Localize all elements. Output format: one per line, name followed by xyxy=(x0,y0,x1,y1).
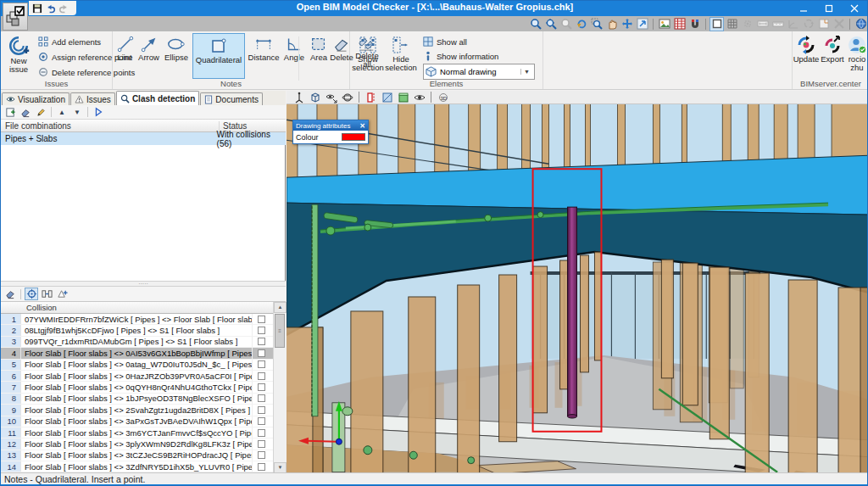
combination-row[interactable]: Pipes + Slabs With collisions (56) xyxy=(1,132,286,145)
collision-row[interactable]: 13 Floor Slab [ Floor slabs ] <> 3tCZJeC… xyxy=(1,450,273,461)
grid-icon[interactable] xyxy=(725,17,739,31)
collision-checkbox[interactable] xyxy=(258,429,265,437)
area-button[interactable]: Area xyxy=(308,33,330,62)
collision-checkbox[interactable] xyxy=(258,316,265,323)
delete-combination-icon[interactable] xyxy=(19,106,32,119)
bimserver-globe-icon[interactable] xyxy=(854,17,868,31)
isolate-elements-icon[interactable] xyxy=(40,288,53,300)
collision-row[interactable]: 14 Floor Slab [ Floor slabs ] <> 3ZdfNRY… xyxy=(1,461,273,472)
wire-box-icon[interactable] xyxy=(308,90,322,104)
eye-cursor-icon[interactable] xyxy=(324,90,338,104)
redo-icon[interactable] xyxy=(58,3,70,14)
hide-selection-button[interactable]: Hide selection xyxy=(385,33,417,72)
refresh-view-icon[interactable] xyxy=(574,17,588,31)
tools-icon[interactable] xyxy=(832,17,846,31)
rotation-icon[interactable] xyxy=(801,17,815,31)
quadrilateral-button[interactable]: Quadrilateral xyxy=(192,33,245,79)
collision-checkbox[interactable] xyxy=(258,349,265,357)
collision-checkbox[interactable] xyxy=(258,360,265,368)
tab-issues[interactable]: Issues xyxy=(70,92,115,105)
line-button[interactable]: Line xyxy=(114,33,136,62)
locate-collision-icon[interactable] xyxy=(25,288,38,300)
solid-box-icon[interactable] xyxy=(396,90,410,104)
collision-checkbox[interactable] xyxy=(258,440,265,448)
dialog-titlebar[interactable]: Drawing attributes ✕ xyxy=(293,120,368,131)
left-riser-pipe[interactable] xyxy=(312,204,318,416)
move-view-icon[interactable] xyxy=(620,17,634,31)
collision-row[interactable]: 12 Floor Slab [ Floor slabs ] <> 3plyXWm… xyxy=(1,439,273,450)
new-issue-button[interactable]: New issue xyxy=(3,33,35,77)
rotate-3d-icon[interactable]: 3D xyxy=(436,90,450,104)
dialog-close-icon[interactable]: ✕ xyxy=(359,122,365,130)
collision-checkbox[interactable] xyxy=(258,338,265,345)
collision-row[interactable]: 8 Floor Slab [ Floor slabs ] <> 1bJPsyeO… xyxy=(1,394,273,405)
scroll-thumb[interactable]: ≡ xyxy=(275,314,285,348)
collision-checkbox[interactable] xyxy=(258,406,265,414)
collision-checkbox[interactable] xyxy=(258,383,265,391)
zoom-previous-icon[interactable] xyxy=(559,17,573,31)
scroll-up-icon[interactable]: ▲ xyxy=(274,302,287,313)
zoom-realtime-icon[interactable] xyxy=(528,17,542,31)
3d-scene[interactable] xyxy=(287,104,868,472)
collision-row[interactable]: 5 Floor Slab [ Floor slabs ] <> 0atag_W7… xyxy=(1,360,273,371)
collision-row[interactable]: 1 07YWMIrEDDFRrn7bfZWiCk [ Pipes ] <> Fl… xyxy=(1,314,273,325)
new-combination-icon[interactable] xyxy=(3,106,17,119)
tab-clash-detection[interactable]: Clash detection xyxy=(116,91,199,105)
dimension-icon[interactable] xyxy=(755,17,770,31)
collision-checkbox[interactable] xyxy=(258,394,265,402)
show-information-button[interactable]: Show information xyxy=(423,49,498,63)
show-selection-button[interactable]: Show selection xyxy=(353,33,383,72)
collision-row[interactable]: 7 Floor Slab [ Floor slabs ] <> 0qQYH8nQ… xyxy=(1,382,273,393)
dropdown-arrow-icon[interactable]: ▼ xyxy=(520,69,532,75)
drawing-mode-dropdown[interactable]: Normal drawing ▼ xyxy=(423,64,535,80)
edit-combination-icon[interactable] xyxy=(34,106,47,119)
collision-row[interactable]: 3 099TVQr_r1dxmRtDAMubGm [ Pipes ] <> S1… xyxy=(1,337,273,348)
add-elements-button[interactable]: Add elements xyxy=(38,35,101,48)
close-button[interactable] xyxy=(842,1,867,16)
ellipse-button[interactable]: Ellipse xyxy=(162,33,191,62)
draw-styles-icon[interactable] xyxy=(672,17,687,31)
visibility-icon[interactable] xyxy=(412,90,426,104)
collision-scrollbar[interactable]: ▲ ≡ ▼ xyxy=(273,302,286,473)
collision-checkbox[interactable] xyxy=(258,417,265,425)
collision-row[interactable]: 11 Floor Slab [ Floor slabs ] <> 3m6YCTJ… xyxy=(1,427,273,439)
rectangle-select-icon[interactable] xyxy=(709,17,724,31)
zoom-window-icon[interactable] xyxy=(589,17,604,31)
collision-checkbox[interactable] xyxy=(258,372,265,380)
collision-header[interactable]: Collision xyxy=(1,302,273,314)
maximize-button[interactable] xyxy=(816,1,842,16)
protractor-icon[interactable] xyxy=(786,17,800,31)
clash-pipe[interactable] xyxy=(568,207,577,418)
move-down-icon[interactable]: ▼ xyxy=(70,106,84,119)
object-snap-icon[interactable] xyxy=(740,17,754,31)
user-account-button[interactable]: rocio zhu xyxy=(846,33,868,72)
ruler-icon[interactable] xyxy=(771,17,785,31)
minimize-button[interactable] xyxy=(791,1,816,16)
collision-checkbox[interactable] xyxy=(258,463,265,471)
work-plane-icon[interactable] xyxy=(380,90,394,104)
delete-collision-icon[interactable] xyxy=(3,288,17,300)
pan-icon[interactable] xyxy=(604,17,619,31)
create-issue-from-collision-icon[interactable] xyxy=(55,288,69,300)
previous-view-icon[interactable] xyxy=(635,17,649,31)
snap-magnet-icon[interactable] xyxy=(687,17,702,31)
collision-row[interactable]: 4 Floor Slab [ Floor slabs ] <> 0AI53v6G… xyxy=(1,348,273,359)
move-up-icon[interactable]: ▲ xyxy=(55,106,69,119)
angle-button[interactable]: Angle xyxy=(281,33,307,62)
collision-row[interactable]: 6 Floor Slab [ Floor slabs ] <> 0HazJRZO… xyxy=(1,371,273,382)
orbit-icon[interactable] xyxy=(340,90,354,104)
show-all-button[interactable]: Show all xyxy=(423,35,467,48)
update-button[interactable]: Update xyxy=(793,33,819,64)
panel-splitter[interactable]: ····· xyxy=(1,281,286,287)
red-section-icon[interactable] xyxy=(364,90,378,104)
layout-sheet-icon[interactable] xyxy=(816,17,831,31)
tab-documents[interactable]: Documents xyxy=(200,92,263,105)
collision-row[interactable]: 9 Floor Slab [ Floor slabs ] <> 2SvahZgt… xyxy=(1,405,273,416)
arrow-button[interactable]: Arrow xyxy=(136,33,161,62)
collision-checkbox[interactable] xyxy=(258,451,265,459)
image-capture-icon[interactable] xyxy=(657,17,671,31)
save-icon[interactable] xyxy=(32,3,42,14)
colour-swatch[interactable] xyxy=(342,133,365,141)
axes-icon[interactable] xyxy=(292,90,306,104)
collision-checkbox[interactable] xyxy=(258,327,265,334)
